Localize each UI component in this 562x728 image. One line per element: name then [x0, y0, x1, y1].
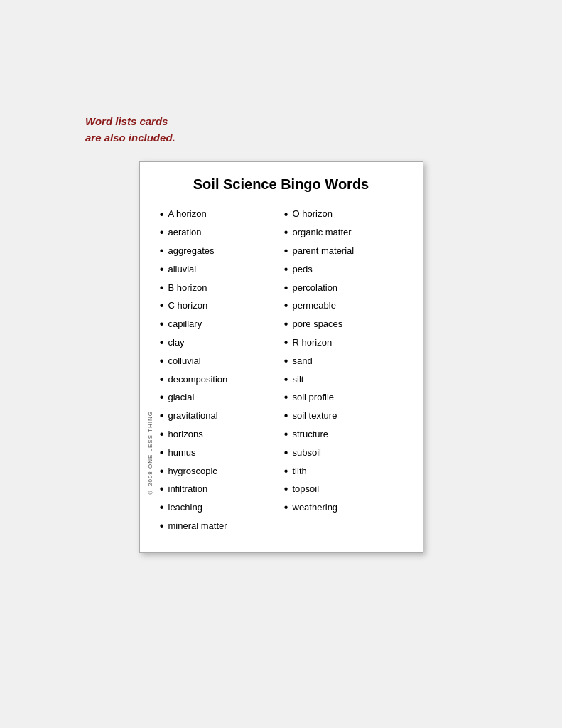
bullet-icon: • [281, 225, 291, 240]
word-text: clay [168, 337, 185, 349]
right-column: •O horizon•organic matter•parent materia… [281, 205, 406, 535]
word-list-card: Soil Science Bingo Words •A horizon•aera… [139, 161, 423, 553]
page-container: Word lists cards are also included. Soil… [0, 0, 562, 728]
list-item: •C horizon [157, 297, 281, 316]
list-item: •hygroscopic [157, 462, 281, 481]
word-text: peds [293, 264, 313, 276]
list-item: •peds [281, 260, 406, 279]
bullet-icon: • [281, 281, 291, 296]
bullet-icon: • [157, 464, 167, 479]
word-text: humus [168, 447, 196, 459]
word-text: sand [293, 355, 313, 368]
bullet-icon: • [281, 409, 291, 424]
bullet-icon: • [281, 299, 291, 314]
bullet-icon: • [157, 482, 167, 497]
list-item: •tilth [281, 462, 406, 481]
word-text: mineral matter [168, 520, 227, 532]
word-columns: •A horizon•aeration•aggregates•alluvial•… [157, 205, 406, 535]
word-text: permeable [293, 300, 336, 312]
list-item: •humus [157, 444, 281, 462]
word-text: soil texture [293, 410, 337, 422]
word-text: silt [293, 374, 304, 386]
list-item: •capillary [157, 316, 281, 334]
bullet-icon: • [157, 500, 167, 515]
list-item: •topsoil [281, 481, 406, 499]
bullet-icon: • [281, 464, 291, 479]
bullet-icon: • [157, 446, 167, 461]
word-text: capillary [168, 318, 202, 331]
word-text: R horizon [293, 337, 333, 349]
list-item: •A horizon [157, 205, 281, 224]
bullet-icon: • [281, 427, 291, 442]
list-item: •glacial [157, 389, 281, 407]
bullet-icon: • [281, 208, 291, 223]
list-item: •weathering [281, 499, 406, 518]
list-item: •decomposition [157, 370, 281, 389]
word-text: subsoil [293, 447, 321, 459]
left-column: •A horizon•aeration•aggregates•alluvial•… [157, 205, 281, 535]
copyright-text: © 2008 One Less Thing [147, 411, 153, 496]
bullet-icon: • [157, 281, 167, 296]
bullet-icon: • [157, 299, 167, 314]
word-text: glacial [168, 392, 195, 404]
word-text: parent material [293, 245, 355, 257]
list-item: •aggregates [157, 242, 281, 261]
bullet-icon: • [281, 390, 291, 405]
bullet-icon: • [157, 244, 167, 259]
word-text: decomposition [168, 374, 228, 386]
list-item: •mineral matter [157, 518, 281, 536]
card-title: Soil Science Bingo Words [157, 176, 406, 193]
list-item: •horizons [157, 426, 281, 444]
word-text: organic matter [293, 227, 352, 239]
promo-text: Word lists cards are also included. [85, 114, 175, 146]
bullet-icon: • [157, 336, 167, 350]
word-text: gravitational [168, 410, 218, 422]
list-item: •R horizon [281, 334, 406, 353]
word-text: pore spaces [293, 318, 343, 331]
list-item: •percolation [281, 279, 406, 297]
bullet-icon: • [157, 262, 167, 277]
bullet-icon: • [281, 446, 291, 461]
list-item: •B horizon [157, 279, 281, 297]
list-item: •organic matter [281, 224, 406, 242]
list-item: •alluvial [157, 260, 281, 279]
bullet-icon: • [281, 500, 291, 515]
bullet-icon: • [157, 317, 167, 332]
bullet-icon: • [281, 354, 291, 369]
word-text: tilth [293, 466, 307, 478]
word-text: aggregates [168, 245, 215, 257]
list-item: •clay [157, 334, 281, 353]
bullet-icon: • [157, 354, 167, 369]
list-item: •parent material [281, 242, 406, 261]
bullet-icon: • [281, 482, 291, 497]
bullet-icon: • [157, 208, 167, 223]
list-item: •structure [281, 426, 406, 444]
word-text: A horizon [168, 208, 207, 220]
word-text: leaching [168, 502, 202, 514]
word-text: percolation [293, 282, 338, 294]
list-item: •soil texture [281, 407, 406, 426]
bullet-icon: • [281, 336, 291, 350]
bullet-icon: • [281, 373, 291, 387]
word-text: O horizon [293, 208, 333, 220]
bullet-icon: • [281, 244, 291, 259]
bullet-icon: • [157, 373, 167, 387]
list-item: •permeable [281, 297, 406, 316]
word-text: hygroscopic [168, 466, 217, 478]
bullet-icon: • [157, 409, 167, 424]
list-item: •sand [281, 352, 406, 370]
word-text: topsoil [293, 483, 320, 496]
word-text: infiltration [168, 483, 208, 496]
word-text: B horizon [168, 282, 207, 294]
word-text: alluvial [168, 264, 197, 276]
list-item: •silt [281, 370, 406, 389]
promo-line1: Word lists cards [85, 115, 168, 127]
word-text: weathering [293, 502, 338, 514]
word-text: structure [293, 429, 329, 441]
list-item: •gravitational [157, 407, 281, 426]
bullet-icon: • [281, 262, 291, 277]
bullet-icon: • [157, 519, 167, 534]
bullet-icon: • [157, 390, 167, 405]
word-text: aeration [168, 227, 202, 239]
list-item: •aeration [157, 224, 281, 242]
